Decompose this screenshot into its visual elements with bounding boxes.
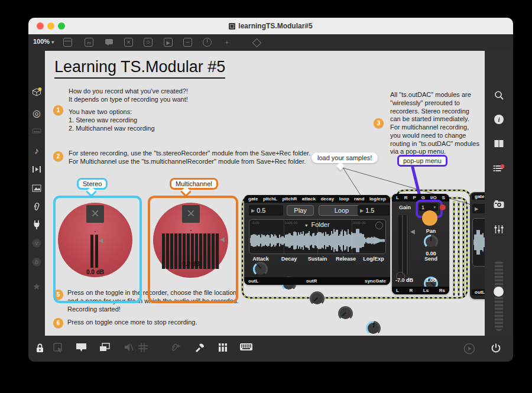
- wrench-icon[interactable]: [195, 343, 205, 353]
- sample-waveform: [250, 228, 385, 253]
- message-box-icon[interactable]: m: [84, 37, 94, 47]
- plug-icon[interactable]: [33, 220, 41, 230]
- window-title: learningTS.Modular#5: [238, 22, 312, 30]
- dial-icon[interactable]: ▾: [202, 37, 212, 47]
- columns-icon[interactable]: [494, 139, 504, 148]
- play-circle-icon[interactable]: [463, 343, 475, 355]
- snapshot-camera-icon[interactable]: [494, 200, 505, 209]
- patcher-canvas[interactable]: Learning TS.Modular #5 How do you record…: [45, 51, 485, 336]
- logexp-knob[interactable]: [366, 321, 381, 336]
- play-button[interactable]: Play: [287, 205, 314, 216]
- mixer-sliders-icon[interactable]: [494, 225, 504, 234]
- pitch-right-numbox[interactable]: ▶1.5: [358, 205, 390, 216]
- outdac-gain-module: LRPGI/OS Gain 1▾ ◀ Pan 0.00 Send -7.0 dB…: [392, 194, 449, 294]
- image-icon[interactable]: [32, 184, 41, 192]
- sampler-module: gatepitchLpitchRattackdecaylooprandlog/e…: [244, 195, 390, 285]
- gain-fader-meter[interactable]: [398, 215, 408, 274]
- presentation-icon[interactable]: [76, 343, 87, 352]
- info-icon[interactable]: i: [494, 115, 504, 124]
- clipped-sampler-module: gate ▶ outL: [470, 192, 485, 299]
- vizzie-icon[interactable]: v: [33, 239, 41, 248]
- toggle-icon[interactable]: ×: [124, 37, 134, 47]
- stereo-record-toggle[interactable]: ×: [86, 205, 104, 223]
- video-icon[interactable]: [32, 165, 41, 173]
- search-icon[interactable]: [494, 90, 504, 100]
- object-box-icon[interactable]: [63, 37, 73, 47]
- orange-button[interactable]: [422, 210, 437, 226]
- stereo-level-meter[interactable]: [90, 235, 98, 268]
- gain-fader-handle[interactable]: ◀: [410, 228, 415, 235]
- solo-red-dot[interactable]: [440, 204, 446, 210]
- bottom-toolbar: [28, 336, 513, 362]
- music-note-icon[interactable]: ♪: [34, 145, 39, 155]
- playbar-icon[interactable]: ▶▾: [163, 37, 173, 47]
- button-icon[interactable]: ○▾: [143, 37, 153, 47]
- zoom-level-control[interactable]: 100% ▾: [33, 38, 54, 45]
- sampler-outlets: outLoutRsyncGate: [244, 277, 390, 285]
- clip-add-icon[interactable]: [170, 343, 181, 352]
- attack-knob[interactable]: [253, 262, 268, 277]
- title-bar: learningTS.Modular#5: [28, 18, 513, 35]
- pan-label: Pan: [419, 228, 443, 234]
- load-samples-callout: load your samples!: [312, 152, 378, 163]
- sampler-inlets: gatepitchLpitchRattackdecaylooprandlog/e…: [244, 195, 390, 203]
- stereo-recorder-module: × ◀ 0.0 dB: [53, 196, 142, 303]
- package-icon[interactable]: [32, 87, 42, 96]
- comment-icon[interactable]: [104, 37, 114, 47]
- release-knob[interactable]: [338, 306, 353, 321]
- send-value: 1.00: [419, 277, 443, 283]
- stereo-meter-dot: [95, 231, 96, 232]
- multichannel-db-value: 0.0 dB: [169, 261, 213, 267]
- stereo-gain-handle[interactable]: ◀: [99, 237, 103, 243]
- multichannel-meter-dot: [190, 230, 192, 231]
- gain-label: Gain: [399, 204, 411, 210]
- console-list-icon[interactable]: [494, 164, 505, 173]
- clipped-module-inlet: gate: [472, 193, 485, 200]
- patcher-doc-icon: [229, 23, 235, 30]
- dim-circle-button[interactable]: [396, 272, 405, 281]
- grid-icon[interactable]: [138, 343, 148, 352]
- decay-knob-label: Decay: [274, 256, 304, 262]
- meters-icon[interactable]: [218, 343, 228, 352]
- add-object-icon[interactable]: ＋▾: [222, 37, 232, 47]
- zoom-slider-handle[interactable]: [494, 287, 504, 297]
- multichannel-recorder-module: × ◀ 0.0 dB: [148, 196, 238, 303]
- power-icon[interactable]: [491, 343, 501, 354]
- slider-icon[interactable]: −▾: [183, 37, 193, 47]
- popup-menu-callout: pop-up menu: [397, 155, 447, 167]
- folder-dropdown[interactable]: ▾ Folder: [249, 221, 385, 228]
- keyboard-icon[interactable]: [240, 343, 252, 351]
- audio-mute-icon[interactable]: [124, 343, 134, 352]
- sustain-knob[interactable]: [310, 291, 325, 306]
- select-marquee-icon[interactable]: [53, 343, 63, 353]
- pitch-left-numbox[interactable]: ▶0.5: [249, 205, 283, 216]
- clipped-module-outlet: outL: [472, 289, 485, 295]
- beap-icon[interactable]: b: [33, 258, 41, 267]
- console-tray-icon[interactable]: [32, 128, 41, 134]
- clipped-waveform[interactable]: [472, 218, 485, 267]
- send-label: Send: [419, 256, 443, 262]
- logexp-knob-label: Log/Exp: [358, 256, 389, 262]
- multichannel-record-toggle[interactable]: ×: [182, 205, 200, 223]
- clipped-sample-waveform: [473, 229, 485, 255]
- clipped-numbox[interactable]: ▶: [472, 204, 485, 213]
- paint-bucket-icon[interactable]: [252, 37, 262, 47]
- gain-outlets: LRLsRs: [392, 287, 449, 294]
- layers-icon[interactable]: [99, 343, 110, 352]
- multichannel-callout: Multichannel: [170, 178, 218, 190]
- release-knob-label: Release: [330, 256, 361, 262]
- pan-knob[interactable]: [424, 235, 438, 249]
- desktop: { "window": { "title": "learningTS.Modul…: [0, 0, 532, 393]
- target-icon[interactable]: ◎: [33, 108, 41, 119]
- star-icon[interactable]: ★: [33, 281, 40, 292]
- lock-icon[interactable]: [35, 343, 44, 353]
- waveform-display[interactable]: -0.00 1000.00 3000.00 ▾ Folder: [249, 219, 386, 254]
- attack-knob-label: Attack: [245, 256, 276, 262]
- right-sidebar: i: [485, 51, 513, 336]
- multichannel-gain-handle[interactable]: ◀: [220, 236, 225, 242]
- paperclip-icon[interactable]: [33, 202, 41, 212]
- sustain-knob-label: Sustain: [302, 256, 333, 262]
- left-sidebar: ◎ ♪ v b ★: [28, 51, 45, 336]
- patcher-window: learningTS.Modular#5 100% ▾ m × ○▾ ▶▾ −▾…: [28, 18, 513, 362]
- stereo-db-value: 0.0 dB: [73, 269, 117, 275]
